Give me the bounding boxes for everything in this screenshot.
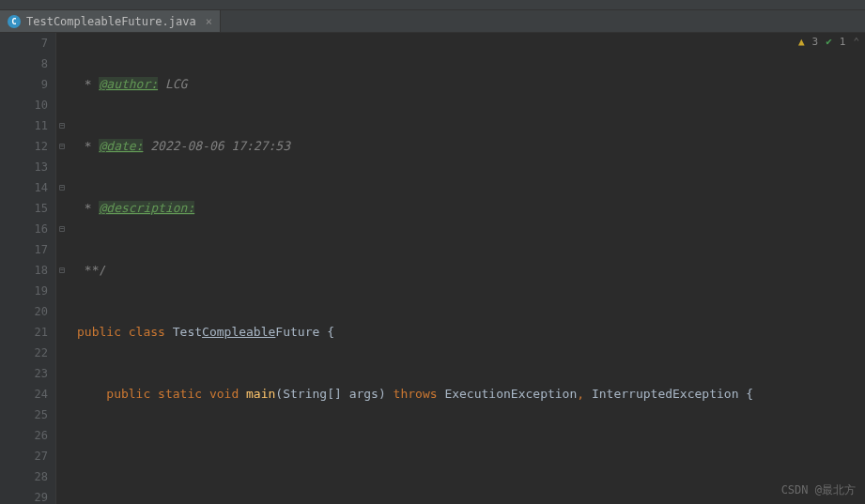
tab-filename: TestCompleableFuture.java xyxy=(26,15,196,28)
line-number: 29 xyxy=(0,487,48,504)
fold-icon[interactable]: ⊟ xyxy=(59,136,65,157)
line-number: 26 xyxy=(0,425,48,446)
line-number: 24 xyxy=(0,384,48,405)
fold-icon[interactable]: ⊟ xyxy=(59,177,65,198)
line-number: 27 xyxy=(0,446,48,466)
code-content[interactable]: * @author: LCG * @date: 2022-08-06 17:27… xyxy=(71,33,865,504)
fold-icon[interactable]: ⊟ xyxy=(59,260,65,281)
line-number: 21 xyxy=(0,322,48,343)
fold-icon[interactable]: ⊟ xyxy=(59,219,65,239)
line-number: 10 xyxy=(0,95,48,115)
line-number: 19 xyxy=(0,281,48,301)
line-number: 20 xyxy=(0,301,48,322)
line-number: 14 xyxy=(0,177,48,198)
line-number: 11 xyxy=(0,115,48,136)
editor-area[interactable]: 7 8 9 10 11 12 13 14 15 16 17 18 19 20 2… xyxy=(0,33,865,504)
line-number: 18 xyxy=(0,260,48,281)
line-number: 17 xyxy=(0,239,48,260)
line-number: 9 xyxy=(0,74,48,95)
line-number-gutter: 7 8 9 10 11 12 13 14 15 16 17 18 19 20 2… xyxy=(0,33,56,504)
close-icon[interactable]: × xyxy=(206,15,212,28)
line-number: 15 xyxy=(0,198,48,219)
toolbar-spacer xyxy=(0,0,865,10)
line-number: 13 xyxy=(0,157,48,177)
line-number: 8 xyxy=(0,53,48,74)
line-number: 28 xyxy=(0,466,48,487)
line-number: 16 xyxy=(0,219,48,239)
watermark: CSDN @最北方 xyxy=(781,482,856,498)
java-class-icon: C xyxy=(8,15,21,28)
line-number: 7 xyxy=(0,33,48,53)
line-number: 23 xyxy=(0,363,48,384)
fold-icon[interactable]: ⊟ xyxy=(59,115,65,136)
editor-tab-bar: C TestCompleableFuture.java × xyxy=(0,10,865,33)
line-number: 12 xyxy=(0,136,48,157)
line-number: 22 xyxy=(0,343,48,363)
file-tab[interactable]: C TestCompleableFuture.java × xyxy=(0,10,221,32)
fold-column: ⊟ ⊟ ⊟ ⊟ ⊟ xyxy=(56,33,71,504)
line-number: 25 xyxy=(0,405,48,425)
